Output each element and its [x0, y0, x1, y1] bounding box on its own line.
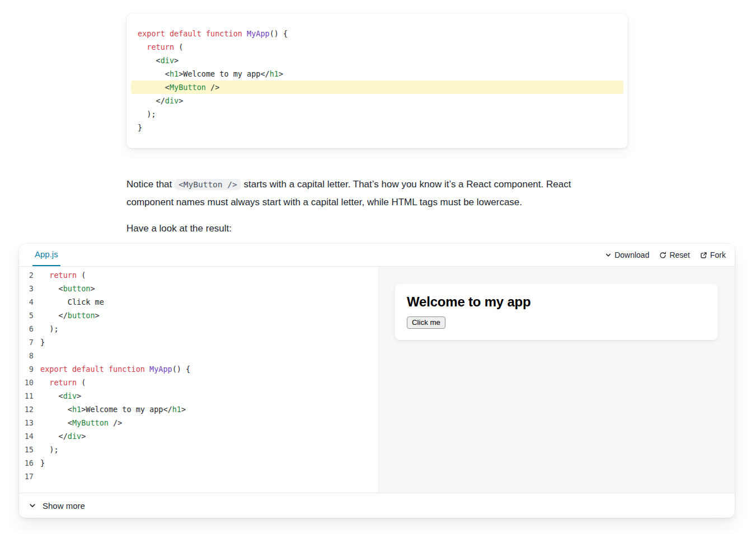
- preview-card: Welcome to my app Click me: [395, 284, 718, 340]
- code-token: MyApp: [149, 365, 172, 374]
- code-line: 15 );: [19, 443, 378, 456]
- code-line: 9export default function MyApp() {: [19, 362, 378, 376]
- code-editor[interactable]: 2 return (3 <button>4 Click me5 </button…: [19, 267, 378, 493]
- line-code: <h1>Welcome to my app</h1>: [40, 403, 186, 416]
- notice-text-pre: Notice that: [126, 179, 175, 190]
- line-number: 3: [19, 282, 34, 295]
- code-token: >: [181, 405, 186, 414]
- line-code: return (: [40, 376, 86, 389]
- line-code: return (: [40, 268, 86, 282]
- line-number: 5: [19, 309, 34, 322]
- code-line: 17: [19, 470, 378, 483]
- code-line: 6 );: [19, 322, 378, 335]
- code-token: return: [49, 271, 77, 280]
- line-number: 13: [19, 416, 34, 429]
- reset-icon: [659, 252, 666, 259]
- tab-appjs[interactable]: App.js: [32, 244, 60, 266]
- line-number: 15: [19, 443, 34, 456]
- code-token: >: [90, 284, 95, 293]
- line-number: 2: [19, 268, 34, 282]
- code-snippet-card: export default function MyApp() { return…: [126, 13, 628, 148]
- line-number: 6: [19, 322, 34, 335]
- code-token: h1: [72, 405, 81, 414]
- code-token: );: [40, 324, 59, 333]
- code-token: div: [161, 56, 174, 65]
- line-number: 14: [19, 429, 34, 443]
- code-line: 8: [19, 349, 378, 362]
- sandbox-panes: 2 return (3 <button>4 Click me5 </button…: [19, 267, 735, 493]
- line-number: 7: [19, 335, 34, 349]
- line-code: Click me: [40, 295, 104, 309]
- chevron-down-icon: [605, 252, 612, 258]
- line-number: 12: [19, 403, 34, 416]
- code-line: 3 <button>: [19, 282, 378, 295]
- code-token: Click me: [40, 297, 104, 306]
- snippet-line: return (: [126, 40, 628, 54]
- code-token: }: [40, 459, 45, 467]
- show-more-label: Show more: [43, 501, 85, 511]
- code-token: >Welcome to my app</: [179, 69, 270, 78]
- code-line: 14 </div>: [19, 429, 378, 443]
- snippet-line: );: [126, 107, 628, 121]
- code-token: (: [174, 42, 183, 51]
- line-number: 17: [19, 470, 34, 483]
- code-token: );: [138, 110, 156, 119]
- code-token: >: [81, 432, 86, 441]
- code-token: <: [40, 418, 72, 427]
- action-label: Download: [614, 251, 649, 259]
- show-more-button[interactable]: Show more: [19, 493, 735, 518]
- code-token: (: [77, 271, 86, 280]
- fork-button[interactable]: Fork: [700, 251, 726, 259]
- code-line: 4 Click me: [19, 295, 378, 309]
- code-line: 11 <div>: [19, 389, 378, 403]
- notice-paragraph: Notice that <MyButton /> starts with a c…: [126, 176, 601, 211]
- line-number: 8: [19, 349, 34, 362]
- code-token: () {: [172, 365, 191, 374]
- reset-button[interactable]: Reset: [659, 251, 690, 259]
- action-label: Reset: [669, 251, 690, 259]
- snippet-line: </div>: [126, 94, 628, 107]
- click-me-button[interactable]: Click me: [407, 316, 445, 329]
- code-token: >: [179, 96, 183, 105]
- line-code: }: [40, 335, 45, 349]
- code-token: h1: [170, 69, 179, 78]
- code-token: [40, 271, 49, 280]
- line-code: <div>: [40, 389, 81, 403]
- code-token: />: [109, 418, 122, 427]
- line-code: </button>: [40, 309, 100, 322]
- code-token: [138, 42, 147, 51]
- snippet-line: <div>: [126, 54, 628, 67]
- line-code: </div>: [40, 429, 86, 443]
- code-token: >: [174, 56, 179, 65]
- code-token: <: [138, 56, 161, 65]
- line-number: 9: [19, 362, 34, 376]
- code-token: button: [68, 311, 95, 320]
- code-token: div: [68, 432, 81, 441]
- code-token: >: [95, 311, 100, 320]
- code-token: h1: [172, 405, 181, 414]
- code-token: div: [63, 391, 77, 400]
- code-token: </: [138, 96, 165, 105]
- sandbox-header: App.js DownloadResetFork: [19, 244, 735, 267]
- code-token: export default function: [138, 29, 247, 38]
- code-token: MyButton: [72, 418, 109, 427]
- sandbox: App.js DownloadResetFork 2 return (3 <bu…: [19, 244, 735, 518]
- code-line: 13 <MyButton />: [19, 416, 378, 429]
- code-token: export default function: [40, 365, 149, 374]
- snippet-line-highlighted: <MyButton />: [131, 81, 623, 94]
- chevron-down-icon: [29, 502, 36, 509]
- code-token: return: [49, 378, 77, 387]
- code-token: <: [138, 83, 170, 92]
- line-number: 4: [19, 295, 34, 309]
- code-token: MyButton: [170, 83, 206, 92]
- code-token: return: [147, 42, 174, 51]
- result-paragraph: Have a look at the result:: [126, 221, 232, 236]
- code-token: div: [165, 96, 179, 105]
- action-label: Fork: [710, 251, 726, 259]
- line-number: 16: [19, 456, 34, 470]
- code-token: />: [206, 83, 219, 92]
- code-token: (: [77, 378, 86, 387]
- preview-heading: Welcome to my app: [407, 295, 706, 309]
- inline-code: <MyButton />: [175, 179, 241, 190]
- download-button[interactable]: Download: [605, 251, 649, 259]
